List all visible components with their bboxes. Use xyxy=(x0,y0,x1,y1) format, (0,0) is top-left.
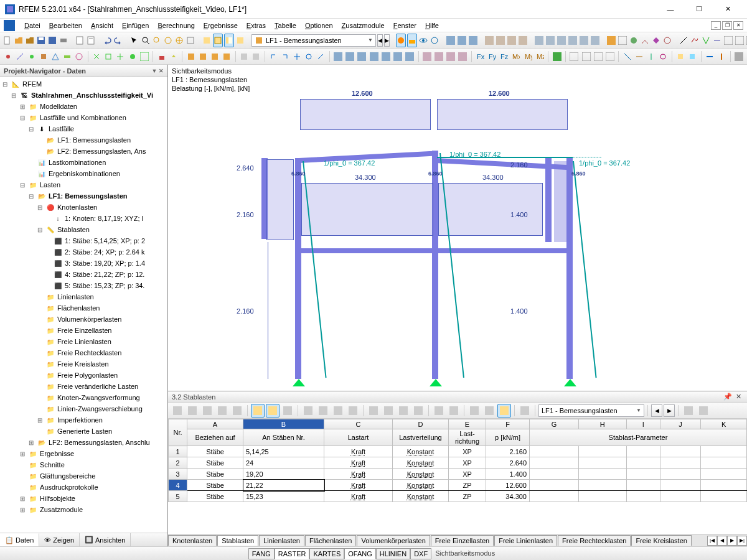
toggle-grid-button[interactable] xyxy=(202,34,212,47)
bp-tb-3[interactable] xyxy=(200,404,214,418)
tree-hilfsobjekte[interactable]: ⊞📁Hilfsobjekte xyxy=(0,493,167,504)
tb2-33[interactable] xyxy=(421,50,432,63)
tb2-41[interactable]: My xyxy=(522,50,533,63)
tree-knotenlasten[interactable]: ⊟🔴Knotenlasten xyxy=(0,202,167,213)
toggle-panel-button[interactable] xyxy=(235,34,245,47)
tb2-27[interactable] xyxy=(345,50,355,63)
pan-button[interactable] xyxy=(174,34,184,47)
mdi-minimize[interactable]: _ xyxy=(711,21,721,30)
redo-button[interactable] xyxy=(113,34,123,47)
bp-tab-freie-kreislasten[interactable]: Freie Kreislasten xyxy=(631,535,692,546)
table-row[interactable]: 2Stäbe24KraftKonstantXP2.640 xyxy=(169,457,747,469)
table-row[interactable]: 4Stäbe21,22KraftKonstantZP12.600 xyxy=(169,480,747,491)
bp-tab-freie-einzellasten[interactable]: Freie Einzellasten xyxy=(431,535,494,546)
bp-tab-volumenkörperlasten[interactable]: Volumenkörperlasten xyxy=(357,535,430,546)
tree-root[interactable]: ⊟📐RFEM xyxy=(0,78,167,90)
tb2-11[interactable] xyxy=(127,50,138,63)
col-d[interactable]: D xyxy=(393,419,449,429)
tree-freie-veraenderlich[interactable]: 📁Freie veränderliche Lasten xyxy=(0,381,167,392)
bp-tab-freie-linienlasten[interactable]: Freie Linienlasten xyxy=(494,535,557,546)
tree-stab-4[interactable]: ⬛4: Stäbe: 21,22; ZP; p: 12. xyxy=(0,269,167,280)
tb2-31[interactable] xyxy=(392,50,403,63)
stablasten-table[interactable]: Nr. A B C D E F G H I J K xyxy=(168,419,747,502)
tree-freie-kreis[interactable]: 📁Freie Kreislasten xyxy=(0,358,167,370)
bp-tb-4[interactable] xyxy=(215,404,229,418)
tb-d6[interactable] xyxy=(662,34,672,47)
select-button[interactable] xyxy=(129,34,139,47)
zoom-window-button[interactable] xyxy=(141,34,151,47)
bp-tab-stablasten[interactable]: Stablasten xyxy=(217,535,258,546)
tb2-36[interactable] xyxy=(458,50,468,63)
rect-button[interactable] xyxy=(701,34,711,47)
tab-nav-prev[interactable]: ◀ xyxy=(717,536,727,546)
tb2-34[interactable] xyxy=(433,50,444,63)
bp-tb-21[interactable] xyxy=(497,404,511,418)
toggle-navigator-button[interactable] xyxy=(224,34,234,47)
menu-extras[interactable]: Extras xyxy=(242,21,270,30)
model-viewport[interactable]: Sichtbarkeitsmodus LF1 : Bemessungslaste… xyxy=(168,65,747,391)
tb-d2[interactable] xyxy=(618,34,627,47)
bp-tb-19[interactable] xyxy=(467,404,481,418)
print-report-button[interactable] xyxy=(75,34,85,47)
bp-tb-6[interactable] xyxy=(251,404,265,418)
tb2-22[interactable] xyxy=(280,50,290,63)
th-nr[interactable]: Nr. xyxy=(169,419,187,446)
tb2-9[interactable] xyxy=(103,50,114,63)
menu-berechnung[interactable]: Berechnung xyxy=(153,21,199,30)
loadcase-next-button[interactable]: ▶ xyxy=(384,34,390,47)
menu-ergebnisse[interactable]: Ergebnisse xyxy=(199,21,242,30)
tb-c5[interactable] xyxy=(579,34,589,47)
tb-b4[interactable] xyxy=(518,34,528,47)
tree-ausdruck[interactable]: 📁Ausdruckprotokolle xyxy=(0,482,167,493)
undo-button[interactable] xyxy=(102,34,112,47)
view-mode-button[interactable] xyxy=(418,34,428,47)
tb2-55[interactable] xyxy=(716,50,727,63)
tree-ergebnisse[interactable]: ⊞📁Ergebnisse xyxy=(0,448,167,459)
tb-c3[interactable] xyxy=(557,34,566,47)
prev-view-button[interactable] xyxy=(186,34,195,47)
tb2-4[interactable] xyxy=(38,50,49,63)
tb2-2[interactable] xyxy=(14,50,25,63)
tree-modelldaten[interactable]: ⊞📁Modelldaten xyxy=(0,101,167,112)
tb-b1[interactable] xyxy=(484,34,494,47)
menu-einfügen[interactable]: Einfügen xyxy=(118,21,153,30)
tree-imperfektionen[interactable]: ⊞📁Imperfektionen xyxy=(0,414,167,426)
tb2-47[interactable] xyxy=(604,50,615,63)
nav-tab-daten[interactable]: 📋Daten xyxy=(0,533,39,546)
menu-fenster[interactable]: Fenster xyxy=(389,21,421,30)
tree-lastfaelle[interactable]: ⊟⬇Lastfälle xyxy=(0,123,167,134)
tb2-39[interactable]: Fz xyxy=(499,50,509,63)
tree-ergebniskomb[interactable]: 📊Ergebniskombinationen xyxy=(0,168,167,179)
toggle-table-button[interactable] xyxy=(213,34,223,47)
tb-d4[interactable] xyxy=(640,34,650,47)
menu-ansicht[interactable]: Ansicht xyxy=(87,21,118,30)
open-model-button[interactable] xyxy=(25,34,35,47)
col-c[interactable]: C xyxy=(324,419,393,429)
tb2-1[interactable] xyxy=(2,50,13,63)
tb2-40[interactable]: Mx xyxy=(510,50,521,63)
tree-knoten-1[interactable]: ↓1: Knoten: 8,17,19; XYZ; l xyxy=(0,213,167,224)
bp-tb-end2[interactable] xyxy=(697,404,710,418)
tb2-23[interactable] xyxy=(292,50,303,63)
tb-c4[interactable] xyxy=(568,34,578,47)
tb-d3[interactable] xyxy=(629,34,639,47)
tab-nav-next[interactable]: ▶ xyxy=(727,536,737,546)
tb2-25[interactable] xyxy=(316,50,326,63)
tree-lf2-loads[interactable]: ⊞📂LF2: Bemessungslasten, Anschlu xyxy=(0,437,167,448)
bp-tab-flächenlasten[interactable]: Flächenlasten xyxy=(305,535,357,546)
tb-a1[interactable] xyxy=(446,34,456,47)
tree-lf1[interactable]: 📂LF1: Bemessungslasten xyxy=(0,134,167,146)
tree-volumenkoerper[interactable]: 📁Volumenkörperlasten xyxy=(0,314,167,325)
tb2-42[interactable]: Mz xyxy=(534,50,545,63)
maximize-button[interactable]: ☐ xyxy=(685,0,713,19)
tb2-50[interactable] xyxy=(646,50,656,63)
tb2-48[interactable] xyxy=(622,50,632,63)
tb-a2[interactable] xyxy=(457,34,467,47)
bp-tb-17[interactable] xyxy=(432,404,446,418)
bp-prev-button[interactable]: ◀ xyxy=(651,404,662,417)
tb2-28[interactable] xyxy=(357,50,367,63)
tb2-54[interactable] xyxy=(704,50,715,63)
bp-tb-18[interactable] xyxy=(447,404,461,418)
status-fang[interactable]: FANG xyxy=(248,548,275,559)
bp-tb-22[interactable] xyxy=(518,404,532,418)
